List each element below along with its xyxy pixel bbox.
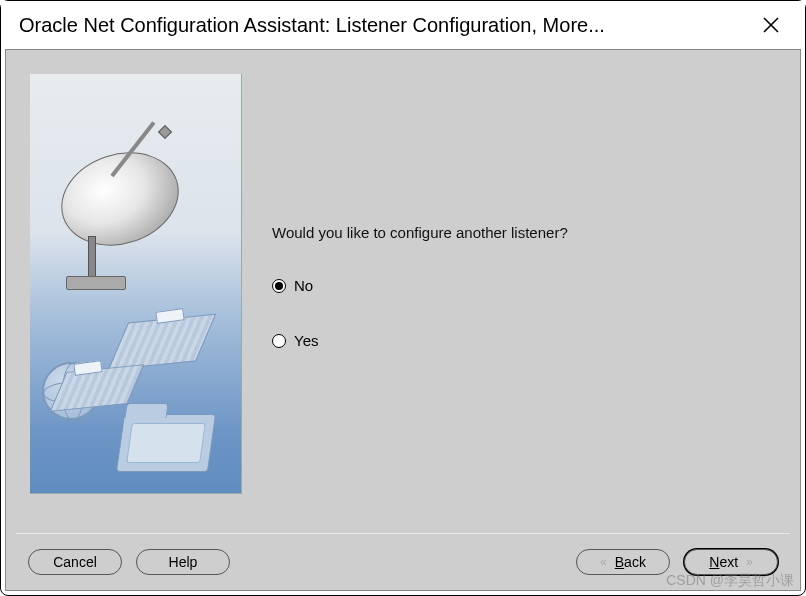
- chevron-left-icon: «: [600, 555, 607, 569]
- cancel-button[interactable]: Cancel: [28, 549, 122, 575]
- help-button[interactable]: Help: [136, 549, 230, 575]
- back-label: Back: [615, 554, 646, 570]
- wizard-side-image: [30, 74, 242, 494]
- main-row: Would you like to configure another list…: [6, 50, 800, 533]
- radio-no[interactable]: No: [272, 277, 776, 294]
- chevron-right-icon: »: [746, 555, 753, 569]
- radio-yes[interactable]: Yes: [272, 332, 776, 349]
- next-button[interactable]: Next »: [684, 549, 778, 575]
- folder-icon: [116, 414, 216, 472]
- radio-no-label: No: [294, 277, 313, 294]
- question-text: Would you like to configure another list…: [272, 224, 776, 241]
- back-button[interactable]: « Back: [576, 549, 670, 575]
- cancel-label: Cancel: [53, 554, 97, 570]
- radio-icon: [272, 334, 286, 348]
- titlebar: Oracle Net Configuration Assistant: List…: [1, 1, 805, 49]
- dialog-window: Oracle Net Configuration Assistant: List…: [0, 0, 806, 596]
- close-button[interactable]: [757, 11, 785, 39]
- next-label: Next: [709, 554, 738, 570]
- content-area: Would you like to configure another list…: [5, 49, 801, 591]
- radio-yes-label: Yes: [294, 332, 318, 349]
- window-title: Oracle Net Configuration Assistant: List…: [19, 14, 757, 37]
- form-area: Would you like to configure another list…: [272, 74, 776, 523]
- satellite-dish-icon: [49, 138, 191, 261]
- button-row: Cancel Help « Back Next »: [6, 534, 800, 590]
- help-label: Help: [169, 554, 198, 570]
- radio-selected-icon: [275, 282, 283, 290]
- radio-icon: [272, 279, 286, 293]
- close-icon: [762, 16, 780, 34]
